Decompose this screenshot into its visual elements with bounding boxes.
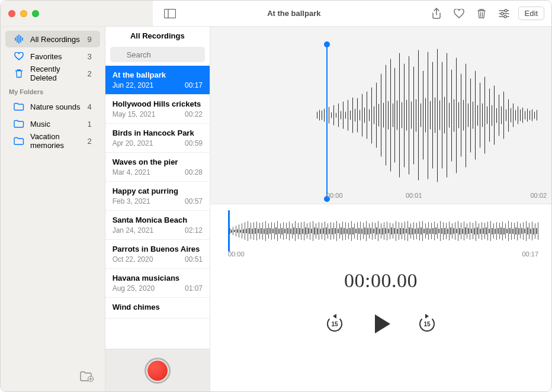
sidebar-item-favorites[interactable]: Favorites3 — [5, 48, 100, 65]
waveform-bar — [388, 229, 389, 233]
waveform-bar — [520, 223, 521, 239]
recording-item[interactable]: Hollywood Hills cricketsMay 15, 202100:2… — [105, 95, 210, 124]
waveform-bar — [508, 99, 509, 131]
recording-item[interactable]: Santa Monica BeachJan 24, 202102:12 — [105, 211, 210, 240]
zoom-window-button[interactable] — [32, 10, 39, 17]
record-button[interactable] — [145, 358, 171, 384]
sidebar-item-all-recordings[interactable]: All Recordings9 — [5, 31, 100, 47]
waveform-bar — [385, 228, 386, 234]
waveform-bar — [511, 108, 511, 123]
skip-forward-button[interactable]: 15 — [418, 314, 437, 333]
waveform-bar — [333, 105, 334, 126]
waveform-bar — [378, 104, 379, 127]
recording-item[interactable]: Parrots in Buenos AiresOct 22, 202000:51 — [105, 240, 210, 269]
skip-back-button[interactable]: 15 — [325, 314, 344, 333]
recording-duration: 00:51 — [185, 255, 203, 264]
waveform-bar — [283, 222, 284, 240]
waveform-bar — [396, 221, 397, 241]
trash-icon — [14, 68, 24, 79]
waveform-bar — [348, 100, 348, 131]
waveform-zoom[interactable]: 00:00 00:01 00:02 — [210, 27, 551, 204]
waveform-bar — [434, 221, 435, 240]
recording-date: Mar 4, 2021 — [113, 168, 150, 176]
waveform-bar — [456, 57, 457, 173]
waveform-bar — [415, 229, 416, 234]
waveform-bar — [501, 107, 502, 124]
waveform-bar — [335, 228, 336, 234]
close-window-button[interactable] — [8, 10, 15, 17]
waveform-bar — [484, 77, 485, 154]
waveform-bar — [509, 228, 511, 234]
waveform-bar — [329, 229, 330, 234]
waveform-bar — [487, 221, 489, 240]
waveform-bar — [474, 228, 475, 234]
waveform-bar — [505, 223, 506, 239]
edit-button[interactable]: Edit — [518, 7, 544, 20]
minimize-window-button[interactable] — [20, 10, 27, 17]
waveform-bar — [338, 104, 339, 127]
app-window: At the ballpark Edit All Recordings9Favo… — [0, 0, 552, 392]
recording-item[interactable]: Wind chimes — [105, 298, 210, 319]
recording-duration: 01:07 — [185, 284, 203, 293]
favorite-button[interactable] — [451, 5, 467, 22]
svg-rect-0 — [165, 9, 176, 18]
sidebar-item-recently-deleted[interactable]: Recently Deleted2 — [5, 65, 100, 82]
sidebar-folder-music[interactable]: Music1 — [5, 115, 100, 132]
waveform-bar — [234, 230, 235, 232]
waveform-bar — [514, 223, 515, 239]
waveform-bar — [258, 229, 259, 233]
waveform-bar — [251, 223, 252, 239]
play-button[interactable] — [369, 312, 393, 336]
waveform-bar — [281, 228, 283, 234]
waveform-bar — [465, 227, 466, 234]
share-button[interactable] — [428, 5, 445, 22]
recording-item[interactable]: Birds in Hancock ParkApr 20, 202100:59 — [105, 124, 210, 153]
search-input[interactable] — [110, 47, 205, 62]
waveform-bar — [527, 227, 528, 234]
waveform-bar — [431, 223, 432, 239]
waveform-bar — [440, 221, 441, 241]
waveform-bar — [482, 222, 483, 240]
waveform-bar — [313, 221, 314, 241]
toggle-sidebar-button[interactable] — [160, 5, 180, 23]
waveform-bar — [513, 104, 514, 127]
settings-button[interactable] — [496, 5, 512, 22]
sidebar-folder-nature-sounds[interactable]: Nature sounds4 — [5, 98, 100, 115]
waveform-bar — [296, 228, 297, 234]
waveform-bar — [299, 228, 300, 234]
waveform-bar — [366, 221, 367, 241]
recording-duration: 00:59 — [185, 139, 203, 147]
recording-item[interactable]: At the ballparkJun 22, 202100:17 — [105, 66, 210, 95]
waveform-bar — [430, 101, 431, 130]
waveform-bar — [319, 222, 320, 240]
waveform-bar — [537, 110, 537, 121]
new-folder-button[interactable] — [79, 370, 94, 383]
recording-item[interactable]: Havana musiciansAug 25, 202001:07 — [105, 269, 210, 298]
waveform-overview[interactable] — [228, 215, 538, 247]
recordings-panel: All Recordings At the ballparkJun 22, 20… — [105, 27, 210, 391]
waveform-bar — [494, 86, 495, 145]
waveform-bar — [376, 227, 377, 234]
recording-item[interactable]: Happy cat purringFeb 3, 202100:57 — [105, 182, 210, 211]
window-title: At the ballpark — [180, 9, 428, 18]
waveform-bar — [375, 223, 376, 239]
overview-playhead[interactable] — [228, 210, 230, 252]
waveform-bar — [423, 71, 423, 160]
waveform-bar — [482, 104, 483, 127]
waveform-bar — [402, 223, 403, 239]
recordings-list[interactable]: At the ballparkJun 22, 202100:17Hollywoo… — [105, 66, 210, 349]
waveform-bar — [480, 83, 480, 148]
waveform-bar — [518, 228, 519, 234]
waveform-bar — [493, 223, 495, 239]
waveform-bar — [467, 223, 468, 239]
recording-item[interactable]: Waves on the pierMar 4, 202100:28 — [105, 153, 210, 182]
delete-button[interactable] — [473, 5, 490, 22]
waveform-bar — [231, 230, 232, 233]
playhead[interactable] — [326, 44, 328, 199]
waveform-bar — [314, 227, 315, 234]
waveform-bar — [240, 230, 241, 233]
waveform-bar — [293, 227, 294, 234]
waveform-bar — [280, 223, 281, 239]
recording-title: At the ballpark — [113, 70, 203, 79]
sidebar-folder-vacation-memories[interactable]: Vacation memories2 — [5, 133, 100, 149]
